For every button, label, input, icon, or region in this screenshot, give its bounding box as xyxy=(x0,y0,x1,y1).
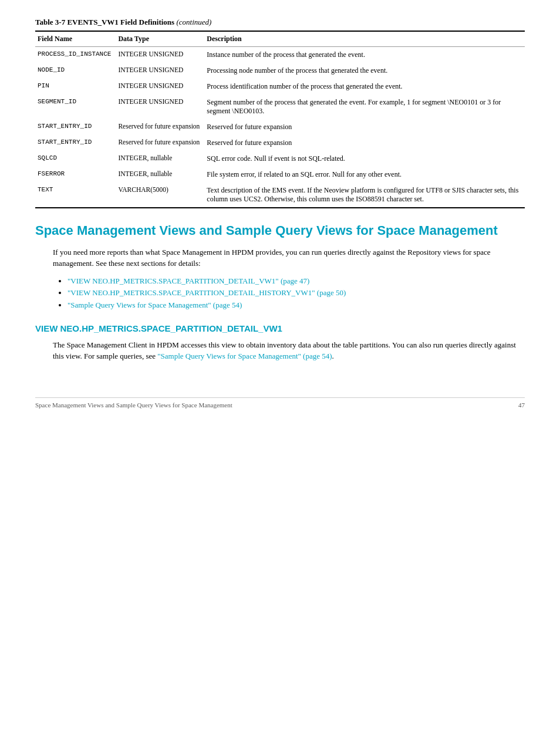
table-title-continued: (continued) xyxy=(176,18,211,26)
table-cell-datatype: Reserved for future expansion xyxy=(116,135,204,151)
table-cell-datatype: INTEGER UNSIGNED xyxy=(116,47,204,63)
table-row: SEGMENT_IDINTEGER UNSIGNEDSegment number… xyxy=(35,94,525,119)
table-cell-field: START_ENTRY_ID xyxy=(35,119,116,135)
section1-body: If you need more reports than what Space… xyxy=(53,247,519,269)
table-cell-field: SEGMENT_ID xyxy=(35,94,116,119)
table-cell-datatype: INTEGER UNSIGNED xyxy=(116,63,204,79)
bullet-item: "VIEW NEO.HP_METRICS.SPACE_PARTITION_DET… xyxy=(68,275,525,288)
table-title-text: Table 3-7 EVENTS_VW1 Field Definitions xyxy=(35,18,174,26)
table-cell-description: File system error, if related to an SQL … xyxy=(204,167,525,183)
table-cell-datatype: INTEGER, nullable xyxy=(116,151,204,167)
table-cell-datatype: INTEGER, nullable xyxy=(116,167,204,183)
section2-body: The Space Management Client in HPDM acce… xyxy=(53,339,519,362)
table-row: FSERRORINTEGER, nullableFile system erro… xyxy=(35,167,525,183)
table-cell-description: Process identification number of the pro… xyxy=(204,79,525,94)
col-header-data-type: Data Type xyxy=(116,31,204,47)
table-row: PROCESS_ID_INSTANCEINTEGER UNSIGNEDInsta… xyxy=(35,47,525,63)
table-cell-description: Processing node number of the process th… xyxy=(204,63,525,79)
table-cell-datatype: INTEGER UNSIGNED xyxy=(116,94,204,119)
table-row: NODE_IDINTEGER UNSIGNEDProcessing node n… xyxy=(35,63,525,79)
table-title: Table 3-7 EVENTS_VW1 Field Definitions (… xyxy=(35,18,525,27)
table-row: PININTEGER UNSIGNEDProcess identificatio… xyxy=(35,79,525,94)
table-cell-field: PIN xyxy=(35,79,116,94)
table-cell-field: FSERROR xyxy=(35,167,116,183)
section1-bullet-list: "VIEW NEO.HP_METRICS.SPACE_PARTITION_DET… xyxy=(68,275,525,312)
table-cell-field: PROCESS_ID_INSTANCE xyxy=(35,47,116,63)
table-cell-field: START_ENTRY_ID xyxy=(35,135,116,151)
footer-right: 47 xyxy=(518,401,525,409)
table-cell-description: Instance number of the process that gene… xyxy=(204,47,525,63)
table-cell-description: Text description of the EMS event. If th… xyxy=(204,183,525,208)
bullet-item: "VIEW NEO.HP_METRICS.SPACE_PARTITION_DET… xyxy=(68,287,525,299)
table-cell-description: Segment number of the process that gener… xyxy=(204,94,525,119)
table-cell-datatype: VARCHAR(5000) xyxy=(116,183,204,208)
table-cell-description: Reserved for future expansion xyxy=(204,135,525,151)
table-row: START_ENTRY_IDReserved for future expans… xyxy=(35,119,525,135)
table-cell-field: NODE_ID xyxy=(35,63,116,79)
table-row: SQLCDINTEGER, nullableSQL error code. Nu… xyxy=(35,151,525,167)
field-definitions-table: Field Name Data Type Description PROCESS… xyxy=(35,31,525,208)
table-row: TEXTVARCHAR(5000)Text description of the… xyxy=(35,183,525,208)
table-row: START_ENTRY_IDReserved for future expans… xyxy=(35,135,525,151)
section1-heading: Space Management Views and Sample Query … xyxy=(35,222,525,239)
bullet-item: "Sample Query Views for Space Management… xyxy=(68,299,525,312)
col-header-description: Description xyxy=(204,31,525,47)
table-cell-description: Reserved for future expansion xyxy=(204,119,525,135)
table-cell-datatype: INTEGER UNSIGNED xyxy=(116,79,204,94)
footer: Space Management Views and Sample Query … xyxy=(35,397,525,409)
section2-heading: VIEW NEO.HP_METRICS.SPACE_PARTITION_DETA… xyxy=(35,323,525,333)
table-cell-field: TEXT xyxy=(35,183,116,208)
footer-left: Space Management Views and Sample Query … xyxy=(35,401,232,409)
table-cell-field: SQLCD xyxy=(35,151,116,167)
table-cell-description: SQL error code. Null if event is not SQL… xyxy=(204,151,525,167)
col-header-field-name: Field Name xyxy=(35,31,116,47)
table-cell-datatype: Reserved for future expansion xyxy=(116,119,204,135)
